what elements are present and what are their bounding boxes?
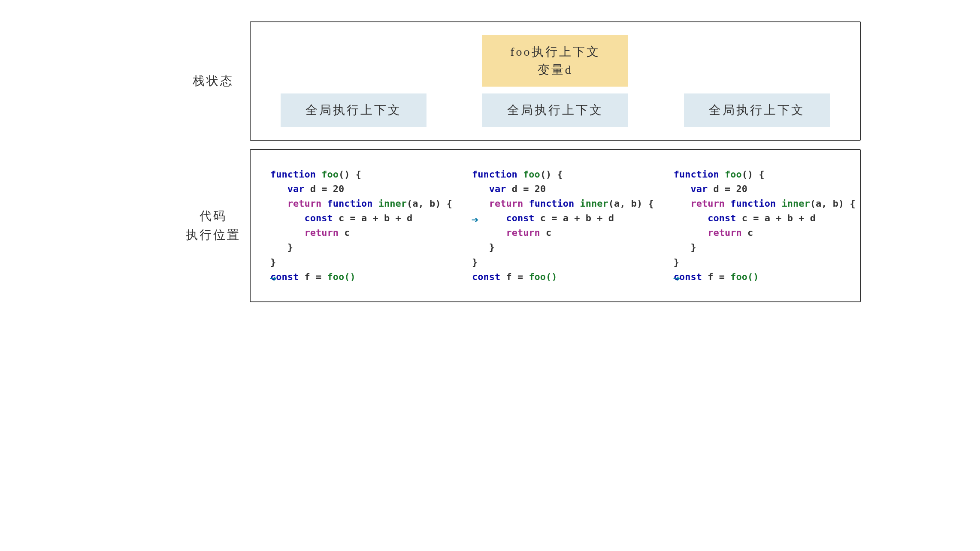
global-context-box: 全局执行上下文: [281, 93, 426, 127]
global-context-box: 全局执行上下文: [684, 93, 830, 127]
stack-state-panel: 全局执行上下文 foo执行上下文 变量d 全局执行上下文 全局执行上下文: [250, 21, 861, 141]
stack-column-3: 全局执行上下文: [662, 93, 851, 127]
code-block-3: function foo() { var d = 20 return funct…: [658, 167, 856, 284]
stack-column-2: foo执行上下文 变量d 全局执行上下文: [461, 35, 650, 127]
global-context-box: 全局执行上下文: [482, 93, 628, 127]
code-position-label: 代码 执行位置: [181, 149, 245, 302]
code-block-2: function foo() { var d = 20 return funct…: [457, 167, 654, 284]
code-execution-panel: function foo() { var d = 20 return funct…: [250, 149, 861, 302]
foo-context-box: foo执行上下文 变量d: [482, 35, 628, 87]
stack-column-1: 全局执行上下文: [259, 93, 448, 127]
code-block-1: function foo() { var d = 20 return funct…: [255, 167, 452, 284]
execution-arrow-icon: ➔: [269, 270, 284, 287]
execution-arrow-icon: ➔: [673, 270, 688, 287]
stack-state-label: 栈状态: [181, 21, 245, 141]
